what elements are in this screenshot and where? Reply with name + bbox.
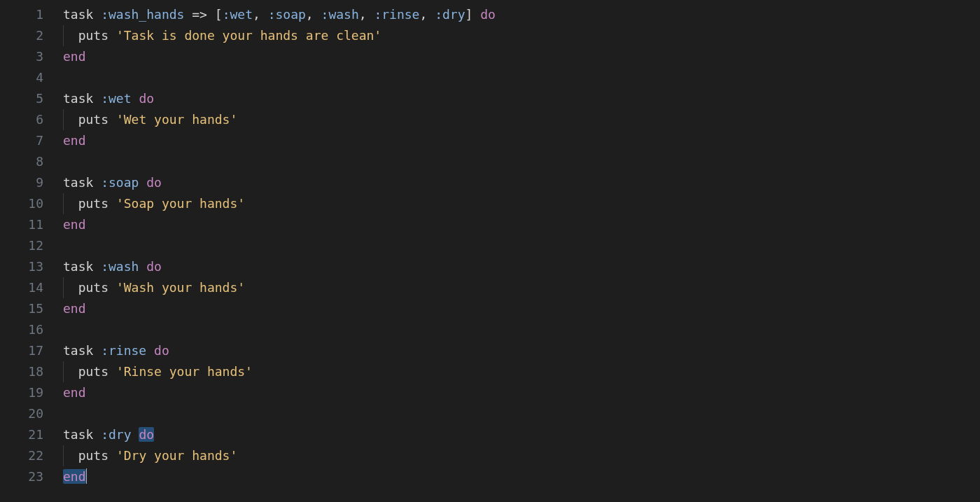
code-line[interactable]: task :dry do [63,424,980,445]
token-keyword: do [480,7,496,22]
token-ident: puts [78,28,116,43]
token-keyword: do [139,91,154,106]
token-ident: task [63,7,101,22]
token-ident: puts [78,448,116,463]
indent-guide [63,193,64,214]
indent-guide [63,109,64,130]
token-ident [139,259,146,274]
token-punct: , [419,7,435,22]
line-number: 18 [0,361,43,382]
token-keyword: end [63,469,86,484]
line-number: 13 [0,256,43,277]
token-keyword: end [63,133,86,148]
code-line[interactable]: end [63,466,980,487]
token-string: 'Dry your hands' [116,448,237,463]
code-line[interactable] [63,235,980,256]
line-number: 5 [0,88,43,109]
token-symbol: :rinse [374,7,419,22]
token-ident [184,7,192,22]
token-symbol: :soap [101,175,139,190]
code-editor[interactable]: 1234567891011121314151617181920212223 ta… [0,0,980,502]
token-string: 'Wet your hands' [116,112,237,127]
token-keyword: end [63,385,86,400]
code-area[interactable]: task :wash_hands => [:wet, :soap, :wash,… [63,4,980,502]
line-number: 21 [0,424,43,445]
code-line[interactable]: puts 'Task is done your hands are clean' [63,25,980,46]
indent [63,28,78,43]
line-number: 8 [0,151,43,172]
token-ident: task [63,343,101,358]
code-line[interactable]: end [63,46,980,67]
token-ident: task [63,427,101,442]
token-string: 'Wash your hands' [116,280,245,295]
token-ident [132,427,139,442]
token-ident: puts [78,196,116,211]
token-string: 'Task is done your hands are clean' [116,28,382,43]
code-line[interactable]: puts 'Soap your hands' [63,193,980,214]
token-punct: , [306,7,321,22]
token-ident: puts [78,280,116,295]
indent [63,196,78,211]
code-line[interactable]: puts 'Wash your hands' [63,277,980,298]
token-ident [472,7,480,22]
token-punct: [ [215,7,223,22]
line-number: 3 [0,46,43,67]
code-line[interactable]: task :rinse do [63,340,980,361]
token-string: 'Rinse your hands' [116,364,253,379]
line-number: 15 [0,298,43,319]
line-number: 14 [0,277,43,298]
line-number: 22 [0,445,43,466]
indent [63,364,78,379]
text-cursor [86,468,87,484]
line-number-gutter: 1234567891011121314151617181920212223 [0,4,63,502]
token-symbol: :rinse [101,343,146,358]
token-symbol: :wash [101,259,139,274]
code-line[interactable]: task :soap do [63,172,980,193]
line-number: 4 [0,67,43,88]
indent [63,112,78,127]
line-number: 10 [0,193,43,214]
line-number: 17 [0,340,43,361]
code-line[interactable]: task :wet do [63,88,980,109]
token-ident: task [63,259,101,274]
token-symbol: :wash_hands [101,7,184,22]
code-line[interactable] [63,67,980,88]
token-symbol: :wet [223,7,253,22]
token-symbol: :wash [321,7,359,22]
line-number: 19 [0,382,43,403]
code-line[interactable]: task :wash do [63,256,980,277]
line-number: 20 [0,403,43,424]
token-punct: ] [465,7,473,22]
line-number: 6 [0,109,43,130]
token-symbol: :soap [268,7,306,22]
token-ident [139,175,146,190]
token-string: 'Soap your hands' [116,196,245,211]
code-line[interactable]: end [63,130,980,151]
code-line[interactable]: puts 'Dry your hands' [63,445,980,466]
code-line[interactable]: task :wash_hands => [:wet, :soap, :wash,… [63,4,980,25]
indent-guide [63,361,64,382]
indent-guide [63,445,64,466]
line-number: 11 [0,214,43,235]
indent [63,280,78,295]
token-ident: task [63,91,101,106]
code-line[interactable]: end [63,382,980,403]
token-keyword: end [63,49,86,64]
line-number: 7 [0,130,43,151]
code-line[interactable]: puts 'Rinse your hands' [63,361,980,382]
code-line[interactable] [63,151,980,172]
code-line[interactable]: end [63,214,980,235]
token-keyword: do [146,259,162,274]
code-line[interactable]: puts 'Wet your hands' [63,109,980,130]
code-line[interactable] [63,319,980,340]
line-number: 9 [0,172,43,193]
code-line[interactable] [63,403,980,424]
code-line[interactable]: end [63,298,980,319]
token-keyword: end [63,301,86,316]
token-punct: , [253,7,268,22]
token-fat: => [192,7,207,22]
token-keyword: end [63,217,86,232]
line-number: 16 [0,319,43,340]
line-number: 2 [0,25,43,46]
line-number: 23 [0,466,43,487]
